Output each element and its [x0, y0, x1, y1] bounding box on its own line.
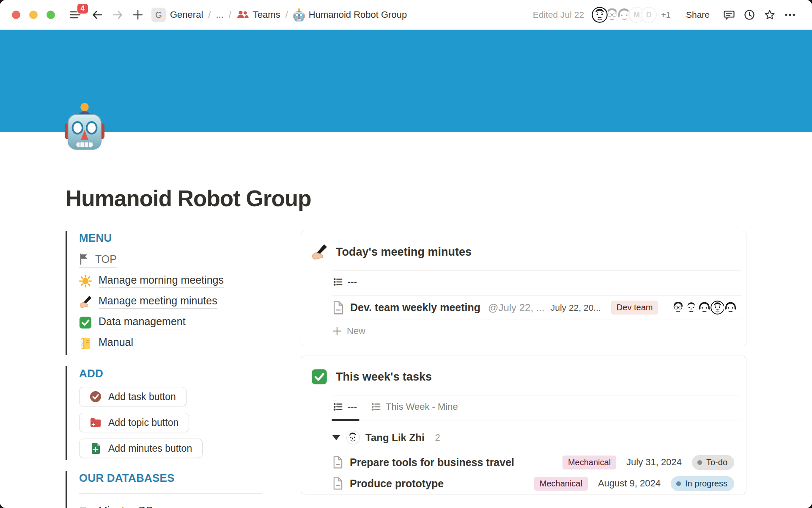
sidebar-item-top[interactable]: TOP	[79, 250, 264, 271]
back-button[interactable]	[91, 9, 103, 21]
close-window-button[interactable]	[12, 11, 20, 19]
view-tab-label: This Week - Mine	[386, 401, 458, 412]
databases-section-header: OUR DATABASES	[79, 472, 264, 485]
add-task-button[interactable]: Add task button	[79, 387, 187, 406]
page-icon	[332, 456, 343, 469]
avatar[interactable]	[591, 6, 609, 24]
list-view-icon	[371, 402, 381, 412]
menu-section: MENU TOP	[66, 231, 264, 355]
breadcrumb-separator: /	[208, 9, 211, 20]
writing-hand-icon	[79, 295, 92, 308]
view-tab-default[interactable]: ---	[332, 276, 359, 295]
sidebar-item-data-management[interactable]: Data management	[79, 312, 264, 333]
comments-button[interactable]	[723, 9, 735, 21]
breadcrumb-separator: /	[229, 9, 231, 20]
group-count: 2	[435, 432, 440, 443]
sidebar-item-label: Manual	[99, 336, 133, 350]
divider	[79, 493, 262, 494]
more-options-button[interactable]	[784, 9, 796, 21]
attendee-avatars	[671, 300, 738, 315]
sidebar-item-meeting-minutes[interactable]: Manage meeting minutes	[79, 291, 264, 312]
sidebar-item-morning-meetings[interactable]: Manage morning meetings	[79, 271, 264, 291]
task-row[interactable]: Produce prototype Mechanical August 9, 2…	[332, 473, 741, 494]
status-badge: In progress	[671, 476, 734, 491]
weekly-tasks-card: This week's tasks ---	[301, 356, 746, 494]
menu-section-header: MENU	[79, 232, 264, 245]
minimize-window-button[interactable]	[29, 11, 38, 19]
group-name: Tang Lik Zhi	[365, 432, 425, 444]
plus-icon	[132, 9, 144, 21]
add-section-header: ADD	[79, 367, 264, 380]
sidebar-item-label: Manage morning meetings	[99, 274, 224, 288]
collapse-toggle-icon[interactable]	[332, 435, 340, 440]
breadcrumb-page[interactable]: Humanoid Robot Group	[293, 8, 407, 22]
sidebar-item-label: Manage meeting minutes	[99, 295, 217, 309]
robot-emoji-icon	[293, 8, 305, 22]
avatar	[723, 300, 738, 315]
breadcrumb-page-label: Humanoid Robot Group	[309, 9, 407, 20]
add-button-label: Add minutes button	[108, 443, 192, 454]
meeting-minutes-card: Today's meeting minutes ---	[301, 231, 746, 346]
workspace-chip[interactable]: G	[151, 8, 166, 22]
share-button[interactable]: Share	[683, 9, 712, 20]
card-title: Today's meeting minutes	[336, 246, 472, 259]
task-row[interactable]: Prepare tools for business travel Mechan…	[332, 452, 741, 473]
people-icon	[236, 9, 249, 20]
cover-banner	[0, 30, 812, 132]
task-date: August 9, 2024	[598, 478, 661, 489]
check-mark-icon	[311, 369, 327, 385]
sidebar-column: MENU TOP	[66, 231, 264, 508]
breadcrumb-teams[interactable]: Teams	[236, 9, 280, 20]
sidebar-toggle-button[interactable]: 4	[69, 9, 81, 21]
add-topic-button[interactable]: Add topic button	[79, 413, 189, 432]
ellipsis-icon	[784, 9, 796, 21]
status-dot	[676, 481, 681, 486]
card-title: This week's tasks	[336, 370, 432, 384]
sidebar-item-label: TOP	[95, 253, 117, 265]
favorite-button[interactable]	[764, 9, 776, 21]
add-button-label: Add topic button	[108, 417, 178, 428]
collaborator-avatars: M D	[591, 6, 658, 24]
page-icon	[332, 301, 344, 315]
page-title[interactable]: Humanoid Robot Group	[66, 132, 746, 211]
add-minutes-button[interactable]: Add minutes button	[79, 439, 203, 458]
task-title[interactable]: Produce prototype	[350, 478, 444, 490]
breadcrumb: General / ... / Teams / Humanoid Robot G…	[170, 8, 407, 22]
sidebar-item-manual[interactable]: Manual	[79, 333, 264, 353]
minutes-row-date: July 22, 20...	[551, 303, 601, 313]
new-tab-button[interactable]	[132, 9, 144, 21]
list-view-icon	[333, 277, 343, 287]
toolbar: 4 G General / ... /	[0, 0, 812, 30]
sidebar-item-label: Minutes DB	[99, 505, 153, 508]
sidebar-item-minutes-db[interactable]: Minutes DB	[79, 501, 264, 508]
view-tab-default[interactable]: ---	[332, 401, 359, 420]
task-title[interactable]: Prepare tools for business travel	[350, 456, 514, 469]
new-row-label: New	[347, 326, 365, 337]
flag-icon	[79, 253, 89, 265]
avatar-overflow-count[interactable]: +1	[661, 10, 671, 20]
date-mention: @July 22, ...	[488, 302, 545, 314]
view-tab-this-week-mine[interactable]: This Week - Mine	[370, 401, 460, 420]
breadcrumb-general[interactable]: General	[170, 9, 203, 20]
add-section: ADD Add task button	[66, 366, 264, 460]
comment-icon	[723, 9, 735, 21]
avatar-letter-d[interactable]: D	[640, 6, 658, 24]
new-row-button[interactable]: New	[332, 320, 741, 346]
list-view-icon	[333, 402, 343, 412]
forward-button[interactable]	[112, 9, 123, 21]
compose-icon	[79, 505, 92, 508]
status-badge: To-do	[692, 455, 734, 470]
page-robot-emoji-icon[interactable]	[64, 102, 105, 151]
updates-button[interactable]	[743, 9, 755, 21]
main-column: Today's meeting minutes ---	[301, 231, 746, 504]
group-header: Tang Lik Zhi 2	[332, 420, 741, 447]
zoom-window-button[interactable]	[47, 11, 55, 19]
minutes-row-title[interactable]: Dev. team weekly meeting	[350, 301, 480, 314]
breadcrumb-ellipsis[interactable]: ...	[216, 9, 223, 20]
minutes-row[interactable]: Dev. team weekly meeting @July 22, ... J…	[332, 295, 741, 320]
view-tab-label: ---	[348, 401, 357, 412]
status-dot	[697, 460, 702, 465]
clock-icon	[743, 9, 755, 21]
file-plus-icon	[90, 442, 102, 454]
status-label: In progress	[685, 479, 727, 489]
